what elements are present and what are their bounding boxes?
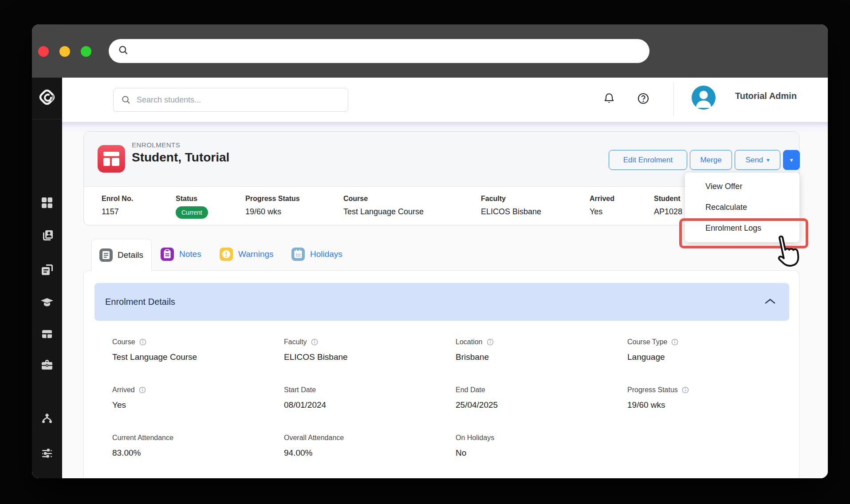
tab-notes[interactable]: Notes: [161, 246, 201, 263]
summary-arrived: ArrivedYes: [590, 195, 614, 217]
sidebar-item-settings-icon[interactable]: [40, 447, 54, 460]
caret-down-icon: ▾: [767, 157, 770, 163]
info-icon[interactable]: [671, 339, 678, 346]
status-badge: Current: [176, 206, 208, 219]
field-location: Location Brisbane: [456, 338, 627, 362]
tab-label: Notes: [179, 249, 201, 259]
menu-item-recalculate[interactable]: Recalculate: [685, 197, 799, 218]
field-on-holidays: On Holidays No: [456, 434, 627, 458]
field-progress-status: Progress Status 19/60 wks: [627, 386, 799, 410]
field-course: Course Test Language Course: [112, 338, 284, 362]
more-actions-menu: View Offer Recalculate Enrolment Logs: [685, 173, 799, 242]
field-empty: [627, 434, 799, 458]
enrolments-icon: [98, 145, 125, 173]
sidebar-item-jobs-icon[interactable]: [40, 358, 54, 371]
close-window-button[interactable]: [38, 46, 49, 57]
browser-titlebar: [32, 24, 828, 78]
avatar[interactable]: [692, 86, 716, 110]
enrolment-fields-grid: Course Test Language Course Faculty ELIC…: [112, 338, 799, 458]
student-search[interactable]: [113, 88, 348, 112]
notes-clipboard-icon: [161, 248, 174, 261]
summary-course: CourseTest Language Course: [343, 195, 424, 217]
search-icon: [118, 44, 129, 58]
app-sidebar: [32, 78, 62, 478]
help-icon[interactable]: [637, 92, 650, 105]
field-faculty: Faculty ELICOS Bisbane: [284, 338, 456, 362]
info-icon[interactable]: [139, 339, 146, 346]
notifications-bell-icon[interactable]: [602, 92, 616, 105]
merge-button[interactable]: Merge: [690, 150, 732, 170]
field-arrived: Arrived Yes: [112, 386, 284, 410]
student-search-input[interactable]: [137, 95, 332, 105]
tab-holidays[interactable]: Holidays: [291, 246, 342, 263]
tab-details[interactable]: Details: [91, 239, 152, 271]
summary-enrol-no: Enrol No.1157: [102, 195, 133, 217]
sidebar-item-workflow-icon[interactable]: [40, 412, 54, 425]
chevron-up-icon[interactable]: [764, 298, 776, 307]
field-current-attendance: Current Attendance 83.00%: [112, 434, 284, 458]
sidebar-divider: [32, 119, 62, 119]
app-logo[interactable]: [36, 87, 58, 108]
browser-address-bar[interactable]: [109, 39, 649, 63]
topbar-divider: [673, 82, 674, 116]
tab-label: Warnings: [238, 249, 274, 259]
field-end-date: End Date 25/04/2025: [456, 386, 627, 410]
sidebar-item-contacts-icon[interactable]: [40, 229, 54, 242]
info-icon[interactable]: [139, 386, 146, 394]
calendar-icon: [291, 248, 305, 261]
summary-status: StatusCurrent: [176, 195, 208, 219]
sidebar-item-courses-icon[interactable]: [40, 296, 54, 309]
caret-down-icon: ▾: [790, 157, 793, 163]
menu-item-enrolment-logs[interactable]: Enrolment Logs: [685, 218, 799, 239]
sidebar-item-documents-icon[interactable]: [40, 263, 54, 276]
tab-label: Details: [118, 250, 143, 260]
search-icon: [121, 94, 131, 105]
enrolment-details-header[interactable]: Enrolment Details: [94, 283, 789, 321]
panel-title: Enrolment Details: [105, 297, 175, 307]
summary-progress-status: Progress Status19/60 wks: [245, 195, 300, 217]
info-icon[interactable]: [311, 339, 318, 346]
student-id-link[interactable]: AP1028: [654, 207, 682, 217]
sidebar-item-dashboard-icon[interactable]: [40, 196, 54, 209]
user-name: Tutorial Admin: [735, 91, 797, 101]
section-eyebrow: ENROLMENTS: [132, 141, 180, 149]
info-icon[interactable]: [682, 386, 689, 394]
minimize-window-button[interactable]: [59, 46, 70, 57]
send-button[interactable]: Send▾: [735, 150, 780, 170]
tab-warnings[interactable]: Warnings: [220, 246, 274, 263]
warning-icon: [220, 248, 233, 261]
details-panel: Enrolment Details Course Test Language C…: [83, 270, 799, 478]
maximize-window-button[interactable]: [81, 46, 91, 57]
more-actions-button[interactable]: ▾: [783, 150, 800, 170]
menu-item-view-offer[interactable]: View Offer: [685, 176, 799, 197]
browser-window: Tutorial Admin ENROLMENTS Student, Tutor…: [32, 24, 828, 478]
tab-label: Holidays: [310, 249, 342, 259]
details-doc-icon: [99, 248, 113, 262]
info-icon[interactable]: [487, 339, 494, 346]
edit-enrolment-button[interactable]: Edit Enrolment: [609, 150, 687, 170]
field-course-type: Course Type Language: [627, 338, 799, 362]
field-start-date: Start Date 08/01/2024: [284, 386, 456, 410]
summary-student: StudentAP1028: [654, 195, 682, 217]
summary-faculty: FacultyELICOS Bisbane: [481, 195, 541, 217]
field-overall-attendance: Overall Attendance 94.00%: [284, 434, 456, 458]
sidebar-item-tables-icon[interactable]: [40, 327, 54, 341]
page-title: Student, Tutorial: [132, 150, 229, 165]
